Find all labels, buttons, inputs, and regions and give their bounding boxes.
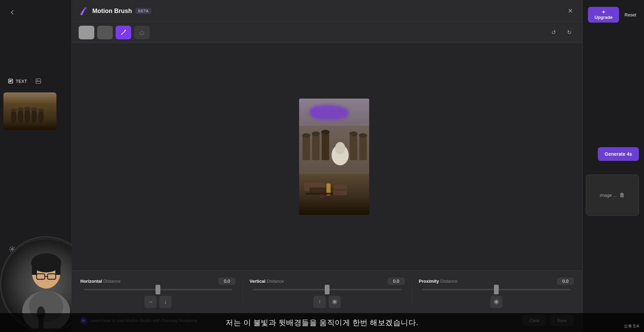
sidebar-tabs: TEXT [0,75,71,87]
close-button[interactable]: ✕ [565,5,576,16]
proximity-slider-thumb[interactable] [494,285,499,294]
beta-badge: BETA [135,8,151,14]
vertical-value: 0.0 [388,278,405,285]
svg-point-32 [302,133,310,138]
reset-button[interactable]: Reset [622,10,639,20]
horizontal-slider-thumb[interactable] [156,285,160,294]
proximity-value: 0.0 [557,278,574,285]
time-indicator: 오후 5:4 [624,323,639,329]
toolbar-right: ↺ ↻ [547,26,576,39]
generate-button[interactable]: Generate 4s [598,147,639,161]
svg-rect-18 [32,263,37,275]
image-label: image ... [600,193,617,198]
svg-rect-41 [359,136,367,160]
sidebar-tab-image[interactable] [31,75,45,87]
svg-rect-19 [55,263,61,275]
tool-swatch-dark[interactable] [97,26,113,39]
modal-title-area: Motion Brush BETA [79,6,151,16]
vertical-slider-group: Vertical Distance 0.0 ↑ [250,278,405,308]
vertical-direction-buttons: ↑ [250,296,405,308]
vertical-slider-track[interactable] [253,289,401,290]
svg-point-10 [17,107,24,111]
sidebar-tab-text-label: TEXT [16,79,27,84]
left-sidebar: TEXT [0,0,72,332]
up-direction-button[interactable]: ↑ [313,296,326,308]
brush-tool-button[interactable] [116,26,131,39]
cursor-indicator [312,108,317,113]
upgrade-button[interactable]: ✦ Upgrade [588,7,619,23]
svg-point-50 [319,194,323,198]
svg-point-9 [11,108,17,112]
proximity-direction-buttons [419,296,574,308]
svg-point-11 [24,107,30,110]
svg-point-27 [84,7,86,9]
sidebar-thumbnail[interactable] [3,92,56,130]
delete-icon[interactable]: 🗑 [619,192,625,198]
svg-point-40 [349,131,358,136]
svg-point-13 [38,108,44,112]
sliders-row: Horizontal Distance 0.0 → ↓ V [80,278,574,308]
modal-toolbar: ↺ ↻ [72,22,582,43]
svg-point-51 [326,196,330,200]
tool-swatch-light[interactable] [79,26,94,39]
svg-rect-39 [350,135,357,160]
proximity-slider-track[interactable] [422,289,571,290]
image-panel: image ... 🗑 [586,175,639,216]
svg-point-61 [496,302,497,303]
text-tab-icon [8,78,14,84]
back-button[interactable] [7,7,18,18]
motion-brush-modal: Motion Brush BETA ✕ ↺ ↻ [72,0,582,332]
svg-rect-45 [309,188,337,193]
modal-title: Motion Brush [92,8,132,15]
eraser-tool-button[interactable] [134,26,150,39]
canvas-image [299,99,369,215]
right-direction-button[interactable]: → [144,296,157,308]
svg-point-56 [334,302,335,303]
vertical-label: Vertical Distance [250,279,284,284]
redo-button[interactable]: ↻ [563,26,576,39]
horizontal-value: 0.0 [218,278,236,285]
image-tab-icon [35,78,41,84]
vertical-slider-header: Vertical Distance 0.0 [250,278,405,285]
proximity-slider-group: Proximity Distance 0.0 [419,278,574,308]
down-direction-button[interactable]: ↓ [159,296,172,308]
svg-point-28 [124,30,126,31]
modal-header: Motion Brush BETA ✕ [72,0,582,22]
snowflake1-button[interactable] [328,296,341,308]
svg-point-42 [359,133,367,138]
svg-point-34 [312,131,320,136]
svg-rect-35 [322,133,329,160]
horizontal-slider-group: Horizontal Distance 0.0 → ↓ [80,278,236,308]
thumbnail-image [3,92,56,130]
motion-brush-icon [79,6,89,16]
canvas-area[interactable] [72,43,582,270]
snowflake2-button[interactable] [490,296,502,308]
svg-point-2 [37,80,38,81]
horizontal-slider-track[interactable] [84,289,232,290]
proximity-slider-header: Proximity Distance 0.0 [419,278,574,285]
svg-point-38 [335,142,345,154]
svg-rect-31 [303,136,310,160]
sidebar-tab-text[interactable]: TEXT [3,75,31,87]
horizontal-label: Horizontal Distance [80,279,121,284]
slider-divider-1 [242,283,243,303]
undo-button[interactable]: ↺ [547,26,560,39]
right-panel: ✦ Upgrade Reset image ... 🗑 Generate 4s [582,0,644,332]
vertical-slider-thumb[interactable] [325,285,330,294]
svg-rect-33 [312,135,320,160]
subtitle-bar: 저는 이 불빛과 뒷배경들을 움직이게 한번 해보겠습니다. [0,313,644,332]
svg-point-12 [31,107,37,111]
subtitle-text: 저는 이 불빛과 뒷배경들을 움직이게 한번 해보겠습니다. [226,318,418,328]
horizontal-slider-header: Horizontal Distance 0.0 [80,278,236,285]
horizontal-direction-buttons: → ↓ [80,296,236,308]
proximity-label: Proximity Distance [419,279,457,284]
slider-divider-2 [412,283,412,303]
svg-point-36 [321,130,330,135]
